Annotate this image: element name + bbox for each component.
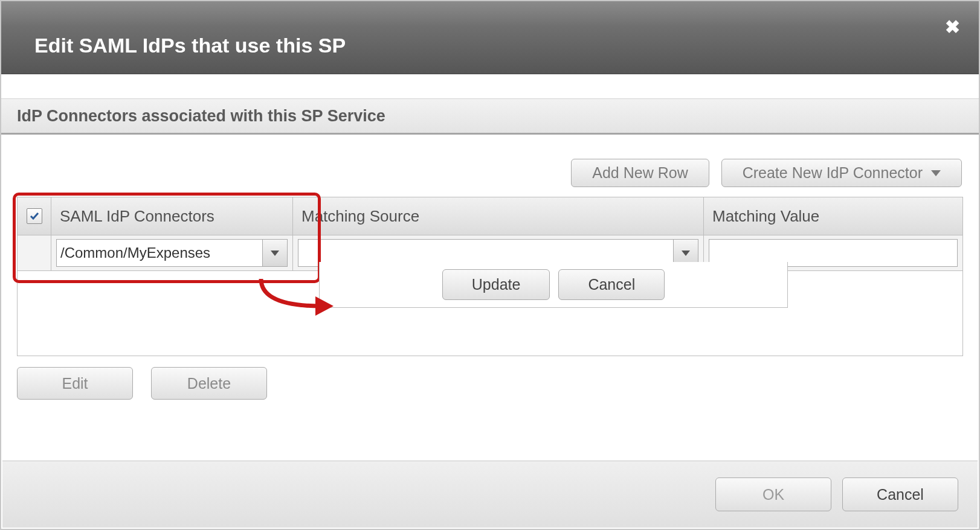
- header-saml-idp-connectors: SAML IdP Connectors: [51, 197, 293, 235]
- dialog-frame: Edit SAML IdPs that use this SP ✖ IdP Co…: [0, 0, 980, 530]
- row-actions-bar: Update Cancel: [319, 262, 788, 308]
- select-all-checkbox[interactable]: [27, 208, 42, 224]
- header-matching-source: Matching Source: [293, 197, 704, 235]
- section-heading: IdP Connectors associated with this SP S…: [1, 98, 979, 135]
- table-header-row: SAML IdP Connectors Matching Source Matc…: [18, 197, 962, 235]
- close-icon[interactable]: ✖: [944, 19, 961, 36]
- cancel-label: Cancel: [877, 486, 924, 503]
- row-checkbox-cell: [18, 235, 51, 270]
- dialog-title: Edit SAML IdPs that use this SP: [34, 34, 346, 57]
- ok-button[interactable]: OK: [715, 477, 831, 511]
- update-label: Update: [472, 276, 521, 293]
- edit-label: Edit: [62, 375, 88, 392]
- add-new-row-label: Add New Row: [592, 164, 688, 182]
- select-dropdown-button[interactable]: [262, 240, 287, 266]
- header-matching-value: Matching Value: [704, 197, 962, 235]
- update-button[interactable]: Update: [442, 269, 550, 300]
- caret-down-icon: [931, 170, 941, 176]
- delete-label: Delete: [187, 375, 231, 392]
- saml-idp-connector-select[interactable]: /Common/MyExpenses: [56, 239, 288, 267]
- dialog-footer: OK Cancel: [2, 461, 978, 528]
- add-new-row-button[interactable]: Add New Row: [571, 159, 709, 187]
- saml-idp-connector-value: /Common/MyExpenses: [60, 244, 210, 261]
- row-cancel-label: Cancel: [588, 276, 635, 293]
- ok-label: OK: [762, 486, 784, 503]
- create-new-idp-connector-label: Create New IdP Connector: [743, 164, 923, 182]
- cell-connector: /Common/MyExpenses: [51, 235, 293, 270]
- toolbar-row: Add New Row Create New IdP Connector: [1, 135, 979, 187]
- chevron-down-icon: [682, 251, 690, 256]
- checkmark-icon: [30, 211, 39, 221]
- content-body: IdP Connectors associated with this SP S…: [1, 98, 979, 410]
- delete-button[interactable]: Delete: [151, 367, 267, 400]
- header-checkbox-cell: [18, 197, 51, 235]
- row-cancel-button[interactable]: Cancel: [558, 269, 665, 300]
- below-table-actions: Edit Delete: [1, 356, 979, 410]
- create-new-idp-connector-button[interactable]: Create New IdP Connector: [721, 159, 962, 187]
- edit-button[interactable]: Edit: [17, 367, 133, 400]
- dialog-header: Edit SAML IdPs that use this SP ✖: [1, 1, 979, 74]
- chevron-down-icon: [271, 251, 279, 256]
- cancel-button[interactable]: Cancel: [842, 477, 958, 511]
